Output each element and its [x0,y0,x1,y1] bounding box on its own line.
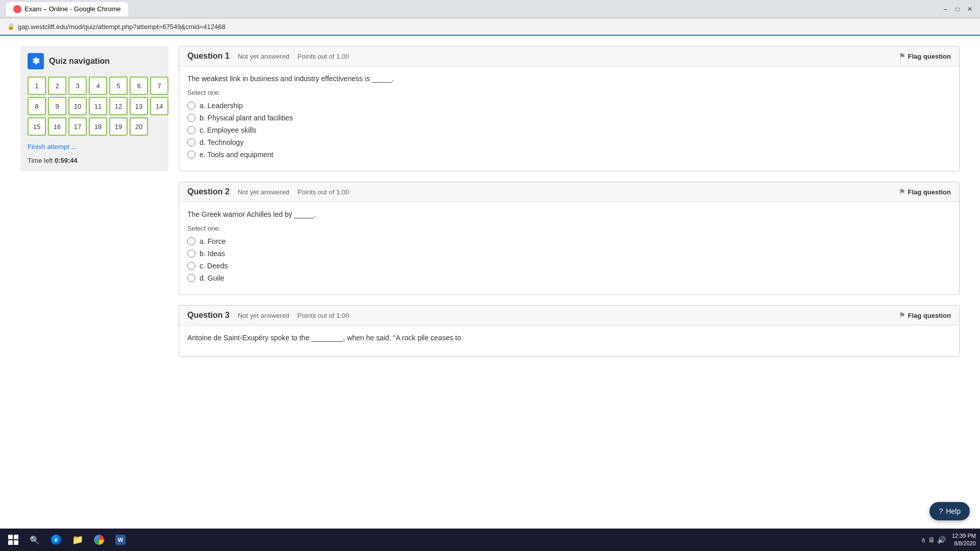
question-card-3: Question 3 Not yet answered Points out o… [179,305,960,357]
label-q2d[interactable]: d. Guile [200,274,224,282]
answer-option-1b[interactable]: b. Physical plant and facilities [187,114,951,122]
nav-btn-18[interactable]: 18 [89,117,107,136]
label-q1d[interactable]: d. Technology [200,138,243,146]
tab-favicon [13,5,21,13]
radio-q1a[interactable] [187,102,195,110]
flag-icon-3: ⚑ [899,311,905,319]
question-3-number: Question 3 [187,311,230,320]
answer-option-1e[interactable]: e. Tools and equipment [187,151,951,159]
star-icon: ✱ [28,53,44,69]
radio-q2d[interactable] [187,274,195,282]
maximize-button[interactable]: □ [953,5,962,13]
nav-btn-2[interactable]: 2 [48,77,66,95]
radio-q1b[interactable] [187,114,195,122]
quiz-navigation-sidebar: ✱ Quiz navigation 1 2 3 4 5 6 7 8 9 10 1… [20,46,168,171]
radio-q1c[interactable] [187,126,195,134]
radio-q1d[interactable] [187,138,195,146]
nav-btn-3[interactable]: 3 [68,77,87,95]
nav-btn-19[interactable]: 19 [109,117,128,136]
radio-q2c[interactable] [187,262,195,270]
question-1-body: The weakest link in business and industr… [179,66,959,171]
nav-btn-9[interactable]: 9 [48,97,66,115]
answer-option-1c[interactable]: c. Employee skills [187,126,951,134]
nav-btn-16[interactable]: 16 [48,117,66,136]
browser-tab[interactable]: Exam – Online - Google Chrome [6,2,128,16]
question-1-select-label: Select one: [187,89,951,96]
answer-option-2a[interactable]: a. Force [187,237,951,245]
question-3-body: Antoine de Saint-Exupéry spoke to the __… [179,325,959,356]
nav-btn-11[interactable]: 11 [89,97,107,115]
page-content: ✱ Quiz navigation 1 2 3 4 5 6 7 8 9 10 1… [0,36,980,495]
nav-btn-12[interactable]: 12 [109,97,128,115]
question-1-number: Question 1 [187,52,230,61]
address-bar[interactable]: 🔒 gap.westcliff.edu/mod/quiz/attempt.php… [0,18,980,36]
radio-q2a[interactable] [187,237,195,245]
sidebar-header: ✱ Quiz navigation [28,53,161,69]
label-q2a[interactable]: a. Force [200,237,226,245]
flag-question-3-btn[interactable]: ⚑ Flag question [899,311,951,319]
question-2-body: The Greek warrior Achilles led by _____.… [179,202,959,294]
close-button[interactable]: ✕ [966,5,974,13]
question-1-status: Not yet answered [238,53,289,60]
time-label: Time left [28,157,55,164]
finish-attempt-link[interactable]: Finish attempt ... [28,143,161,151]
radio-q1e[interactable] [187,151,195,159]
question-2-points: Points out of 1.00 [298,188,349,196]
nav-btn-7[interactable]: 7 [150,77,168,95]
question-1-points: Points out of 1.00 [298,53,349,60]
lock-icon: 🔒 [7,23,15,30]
time-value: 0:59:44 [55,157,78,164]
question-2-header: Question 2 Not yet answered Points out o… [179,182,959,202]
flag-question-1-btn[interactable]: ⚑ Flag question [899,52,951,60]
question-2-select-label: Select one: [187,224,951,232]
question-card-2: Question 2 Not yet answered Points out o… [179,182,960,295]
nav-btn-4[interactable]: 4 [89,77,107,95]
flag-icon-2: ⚑ [899,188,905,196]
answer-option-1a[interactable]: a. Leadership [187,102,951,110]
radio-q2b[interactable] [187,249,195,258]
label-q1e[interactable]: e. Tools and equipment [200,151,274,159]
browser-titlebar: Exam – Online - Google Chrome – □ ✕ [0,0,980,18]
nav-btn-14[interactable]: 14 [150,97,168,115]
nav-btn-13[interactable]: 13 [130,97,148,115]
label-q2c[interactable]: c. Deeds [200,262,228,270]
question-1-header: Question 1 Not yet answered Points out o… [179,46,959,66]
main-content: Question 1 Not yet answered Points out o… [179,46,960,485]
nav-btn-6[interactable]: 6 [130,77,148,95]
flag-icon-1: ⚑ [899,52,905,60]
flag-question-3-label: Flag question [908,312,951,319]
question-2-text: The Greek warrior Achilles led by _____. [187,210,951,218]
question-3-text: Antoine de Saint-Exupéry spoke to the __… [187,334,951,342]
nav-btn-8[interactable]: 8 [28,97,46,115]
question-2-status: Not yet answered [238,188,289,196]
flag-question-2-btn[interactable]: ⚑ Flag question [899,188,951,196]
answer-option-2b[interactable]: b. Ideas [187,249,951,258]
time-left: Time left 0:59:44 [28,157,161,164]
question-3-header: Question 3 Not yet answered Points out o… [179,306,959,325]
window-controls: – □ ✕ [941,5,974,13]
answer-option-2c[interactable]: c. Deeds [187,262,951,270]
flag-question-1-label: Flag question [908,53,951,60]
nav-btn-20[interactable]: 20 [130,117,148,136]
nav-btn-10[interactable]: 10 [68,97,87,115]
label-q1c[interactable]: c. Employee skills [200,126,256,134]
nav-btn-1[interactable]: 1 [28,77,46,95]
question-3-status: Not yet answered [238,312,289,319]
minimize-button[interactable]: – [941,5,949,13]
question-2-number: Question 2 [187,187,230,196]
label-q1b[interactable]: b. Physical plant and facilities [200,114,293,122]
answer-option-2d[interactable]: d. Guile [187,274,951,282]
label-q1a[interactable]: a. Leadership [200,102,243,110]
nav-btn-15[interactable]: 15 [28,117,46,136]
label-q2b[interactable]: b. Ideas [200,249,225,258]
tab-title: Exam – Online - Google Chrome [24,5,121,13]
nav-btn-5[interactable]: 5 [109,77,128,95]
browser-tab-area: Exam – Online - Google Chrome [6,2,128,16]
nav-btn-17[interactable]: 17 [68,117,87,136]
question-card-1: Question 1 Not yet answered Points out o… [179,46,960,171]
flag-question-2-label: Flag question [908,188,951,196]
url-text: gap.westcliff.edu/mod/quiz/attempt.php?a… [18,23,226,31]
question-3-points: Points out of 1.00 [298,312,349,319]
sidebar-title: Quiz navigation [49,57,110,66]
answer-option-1d[interactable]: d. Technology [187,138,951,146]
